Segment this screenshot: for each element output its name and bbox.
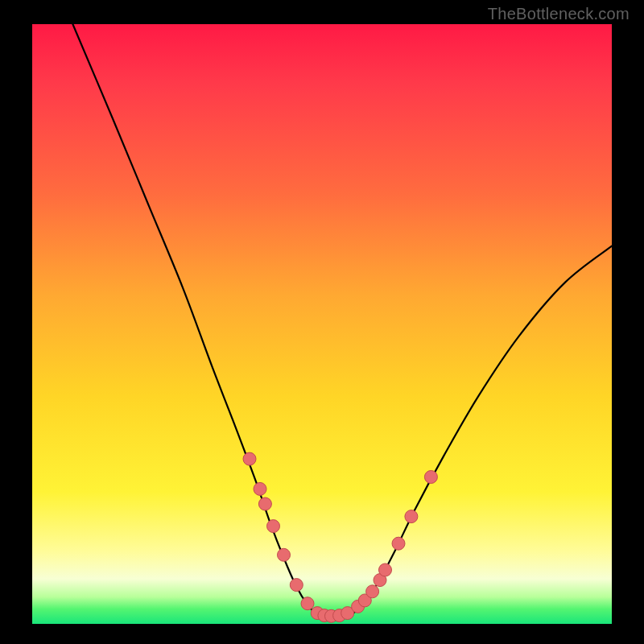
data-marker bbox=[267, 520, 280, 533]
data-marker bbox=[405, 510, 418, 523]
data-marker bbox=[278, 548, 291, 561]
chart-container: TheBottleneck.com bbox=[0, 0, 644, 644]
watermark-text: TheBottleneck.com bbox=[488, 5, 630, 23]
chart-svg bbox=[32, 24, 612, 624]
data-marker bbox=[379, 564, 392, 576]
data-marker bbox=[290, 579, 303, 592]
plot-area bbox=[32, 24, 612, 624]
data-marker bbox=[258, 497, 271, 510]
gradient-background bbox=[32, 24, 612, 624]
data-marker bbox=[392, 537, 405, 550]
data-marker bbox=[254, 482, 266, 495]
data-marker bbox=[366, 585, 379, 598]
data-marker bbox=[243, 452, 256, 465]
data-marker bbox=[301, 597, 314, 610]
data-marker bbox=[424, 471, 437, 484]
